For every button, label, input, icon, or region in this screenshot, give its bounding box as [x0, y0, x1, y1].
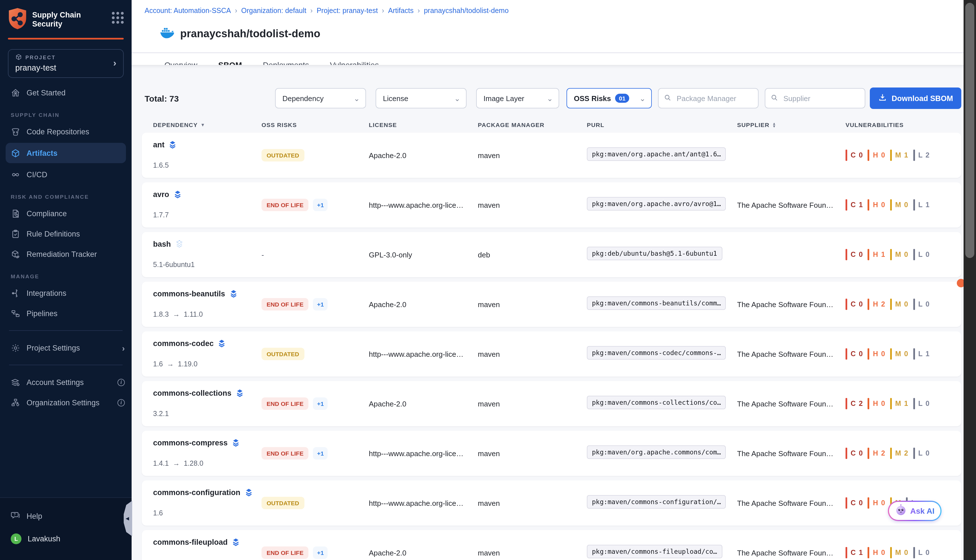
image-layer-filter-dropdown[interactable]: Image Layer ⌄ [476, 88, 559, 108]
sort-desc-icon[interactable]: ▼ [200, 122, 205, 127]
sidebar-item-help[interactable]: ? Help [0, 505, 132, 527]
purl-value[interactable]: pkg:maven/commons-fileupload/co… [587, 545, 722, 558]
risk-badge-more[interactable]: +1 [313, 547, 328, 559]
download-sbom-button[interactable]: Download SBOM [870, 88, 961, 109]
app-switcher-grid-icon[interactable] [112, 12, 124, 24]
risk-badge-more[interactable]: +1 [313, 199, 328, 211]
purl-value[interactable]: pkg:maven/commons-collections/co… [587, 396, 726, 409]
table-row-commons-codec[interactable]: commons-codec1.6→1.19.0OUTDATEDhttp---ww… [142, 332, 961, 377]
license-cell: Apache-2.0 [369, 300, 478, 308]
sidebar-item-ci-cd[interactable]: CI/CD [0, 164, 132, 185]
column-header-supplier[interactable]: SUPPLIER▲▼ [737, 122, 846, 128]
breadcrumb-item[interactable]: Account: Automation-SSCA [145, 7, 231, 15]
accent-bar [8, 38, 124, 40]
chevron-down-icon: ⌄ [450, 94, 460, 102]
sort-both-icon[interactable]: ▲▼ [772, 122, 776, 128]
severity-bar [846, 448, 847, 459]
help-label: Help [27, 512, 42, 520]
oss-risks-cell: OUTDATED [262, 497, 369, 509]
vuln-l-count: L 1 [913, 348, 930, 360]
license-filter-dropdown[interactable]: License ⌄ [375, 88, 467, 108]
download-icon [878, 93, 886, 103]
oss-risks-cell: - [262, 250, 369, 259]
purl-value[interactable]: pkg:maven/org.apache.avro/avro@1… [587, 197, 726, 210]
supplier-search-input[interactable] [782, 93, 859, 103]
sidebar-user[interactable]: L Lavakush [0, 527, 132, 550]
table-row-commons-fileupload[interactable]: commons-fileuploadEND OF LIFE+1Apache-2.… [142, 530, 961, 560]
purl-value[interactable]: pkg:maven/org.apache.commons/com… [587, 445, 726, 459]
package-manager-search-input[interactable] [676, 93, 752, 103]
project-selector[interactable]: PROJECT pranay-test › [8, 49, 124, 78]
vertical-scrollbar[interactable] [964, 0, 976, 560]
sidebar-item-organization-settings[interactable]: Organization Settingsi [0, 392, 132, 413]
oss-risks-filter-dropdown[interactable]: OSS Risks 01 ⌄ [567, 88, 652, 108]
purl-value[interactable]: pkg:maven/commons-configuration/… [587, 495, 726, 508]
license-cell: GPL-3.0-only [369, 250, 478, 259]
sidebar-item-pipelines[interactable]: Pipelines [0, 303, 132, 323]
table-row-bash[interactable]: bash5.1-6ubuntu1-GPL-3.0-onlydebpkg:deb/… [142, 232, 961, 277]
layers-filled-icon [229, 289, 237, 298]
dependency-cell: bash5.1-6ubuntu1 [153, 232, 262, 277]
info-icon: i [117, 399, 125, 406]
sidebar-item-code-repositories[interactable]: Code Repositories [0, 122, 132, 142]
dependency-filter-dropdown[interactable]: Dependency ⌄ [275, 88, 366, 108]
table-row-avro[interactable]: avro1.7.7END OF LIFE+1http---www.apache.… [142, 182, 961, 228]
sidebar-item-rule-definitions[interactable]: Rule Definitions [0, 223, 132, 244]
account-layers-icon [11, 377, 20, 387]
sidebar-item-account-settings[interactable]: Account Settingsi [0, 372, 132, 392]
supplier-search[interactable] [765, 88, 865, 108]
column-header-dependency[interactable]: DEPENDENCY▼ [153, 122, 262, 128]
table-row-commons-collections[interactable]: commons-collections3.2.1END OF LIFE+1Apa… [142, 381, 961, 426]
scrollbar-thumb[interactable] [965, 3, 974, 258]
chevron-down-icon: ⌄ [635, 94, 646, 102]
risk-badge-more[interactable]: +1 [313, 298, 328, 310]
vulnerabilities-cell: C 1H 0M 0L 1 [846, 199, 961, 210]
column-label: OSS RISKS [262, 122, 297, 128]
severity-bar [913, 547, 915, 558]
sidebar-item-integrations[interactable]: Integrations [0, 283, 132, 303]
sidebar-item-remediation-tracker[interactable]: Remediation Tracker [0, 244, 132, 264]
dependency-name[interactable]: commons-collections [153, 389, 232, 397]
dependency-name[interactable]: avro [153, 190, 169, 198]
breadcrumb-item[interactable]: Organization: default [241, 7, 306, 15]
nav-section-label: MANAGE [0, 264, 132, 283]
risk-badge-more[interactable]: +1 [313, 447, 328, 460]
breadcrumb-item[interactable]: Project: pranay-test [317, 7, 378, 15]
vuln-h-count: H 0 [868, 348, 886, 360]
breadcrumb-item[interactable]: pranaycshah/todolist-demo [424, 7, 509, 15]
severity-bar [846, 199, 847, 210]
table-row-commons-compress[interactable]: commons-compress1.4.1→1.28.0END OF LIFE+… [142, 431, 961, 476]
dependency-name[interactable]: commons-configuration [153, 488, 240, 497]
breadcrumb-item[interactable]: Artifacts [388, 7, 414, 15]
dependency-name[interactable]: commons-compress [153, 438, 228, 447]
dependency-version: 1.6→1.19.0 [153, 360, 197, 368]
sidebar-item-compliance[interactable]: Compliance [0, 203, 132, 223]
sidebar-item-get-started[interactable]: Get Started [0, 82, 132, 103]
vulnerabilities-cell: C 0H 2M 0L 0 [846, 298, 961, 310]
ask-ai-button[interactable]: Ask AI [888, 501, 941, 521]
package-manager-search[interactable] [658, 88, 759, 108]
dependency-name[interactable]: commons-beanutils [153, 289, 225, 298]
table-row-ant[interactable]: ant1.6.5OUTDATEDApache-2.0mavenpkg:maven… [142, 133, 961, 178]
ai-robot-icon [895, 503, 908, 518]
upgrade-arrow-icon: → [173, 460, 180, 467]
purl-cell: pkg:maven/commons-collections/co… [587, 396, 737, 412]
purl-value[interactable]: pkg:maven/commons-beanutils/comm… [587, 297, 726, 310]
sbom-table: ant1.6.5OUTDATEDApache-2.0mavenpkg:maven… [132, 133, 976, 560]
purl-value[interactable]: pkg:deb/ubuntu/bash@5.1-6ubuntu1 [587, 247, 722, 260]
purl-value[interactable]: pkg:maven/org.apache.ant/ant@1.6… [587, 147, 726, 161]
dependency-name[interactable]: commons-codec [153, 339, 214, 347]
table-row-commons-configuration[interactable]: commons-configuration1.6OUTDATEDhttp---w… [142, 480, 961, 525]
severity-bar [913, 348, 915, 360]
sidebar-item-project-settings[interactable]: Project Settings› [0, 338, 132, 358]
table-row-commons-beanutils[interactable]: commons-beanutils1.8.3→1.11.0END OF LIFE… [142, 282, 961, 327]
severity-bar [868, 398, 869, 409]
dependency-name[interactable]: ant [153, 140, 165, 149]
dependency-name[interactable]: commons-fileupload [153, 538, 228, 546]
dependency-name[interactable]: bash [153, 240, 171, 248]
sidebar-item-artifacts[interactable]: Artifacts [6, 143, 126, 163]
purl-value[interactable]: pkg:maven/commons-codec/commons-… [587, 346, 726, 360]
package-manager-cell: maven [478, 350, 587, 358]
risk-badge-more[interactable]: +1 [313, 397, 328, 410]
severity-bar [868, 547, 869, 558]
